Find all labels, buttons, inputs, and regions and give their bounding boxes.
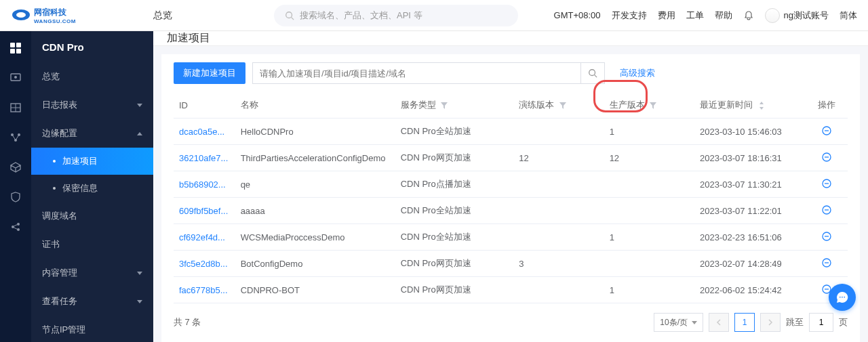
svg-line-22 <box>14 228 18 230</box>
col-label: 生产版本 <box>610 100 645 110</box>
rail-monitor-icon[interactable] <box>8 70 23 85</box>
sidebar-item-log[interactable]: 日志报表 <box>31 91 153 119</box>
sort-icon <box>758 102 765 110</box>
sidebar-item-label: 日志报表 <box>42 99 77 111</box>
rail-cube-icon[interactable] <box>8 160 23 175</box>
row-staging <box>513 198 604 224</box>
projects-table: ID 名称 服务类型 演练版本 生产版本 <box>174 92 848 303</box>
timezone[interactable]: GMT+08:00 <box>554 10 601 20</box>
row-staging <box>513 119 604 145</box>
breadcrumb: 加速项目 <box>153 31 868 46</box>
sidebar-sub-secret[interactable]: 保密信息 <box>31 175 153 202</box>
row-production <box>604 251 694 277</box>
col-label: 服务类型 <box>401 100 436 110</box>
remove-icon[interactable] <box>822 126 831 135</box>
user-menu[interactable]: ng测试账号 <box>765 8 829 23</box>
page-size-label: 10条/页 <box>660 317 688 328</box>
row-staging: 3 <box>513 251 604 277</box>
chevron-down-icon <box>137 300 142 303</box>
row-updated: 2022-06-02 15:24:42 <box>694 277 806 303</box>
svg-point-20 <box>17 228 20 231</box>
layout: CDN Pro 总览 日志报表 边缘配置 加速项目 保密信息 调度域名 证书 内… <box>0 31 868 342</box>
tab-overview[interactable]: 总览 <box>140 0 186 31</box>
sidebar-item-domain[interactable]: 调度域名 <box>31 202 153 230</box>
logo[interactable]: 网宿科技 WANGSU.COM <box>11 5 99 26</box>
search-button[interactable] <box>580 62 605 84</box>
table-row: fac6778b5...CDNPRO-BOTCDN Pro网页加速12022-0… <box>174 277 848 303</box>
page-1-button[interactable]: 1 <box>734 313 755 332</box>
jump-input[interactable] <box>809 313 833 332</box>
row-name: ThirdPartiesAccelerationConfigDemo <box>235 145 395 171</box>
new-project-button[interactable]: 新建加速项目 <box>174 62 245 84</box>
svg-line-16 <box>12 135 16 140</box>
sidebar-item-label: 总览 <box>42 70 60 83</box>
remove-icon[interactable] <box>822 152 831 162</box>
sidebar-item-tasks[interactable]: 查看任务 <box>31 287 153 316</box>
page-next-button[interactable] <box>760 313 781 332</box>
chevron-down-icon <box>692 321 697 324</box>
row-updated: 2023-03-07 11:30:21 <box>694 171 806 198</box>
table-row: cf692ef4d...WCSMediaProccessDemoCDN Pro全… <box>174 224 848 251</box>
nav-ticket[interactable]: 工单 <box>686 9 704 22</box>
sidebar-item-label: 查看任务 <box>42 295 77 307</box>
col-updated[interactable]: 最近更新时间 <box>694 92 806 119</box>
lang-switch[interactable]: 简体 <box>840 9 857 22</box>
sidebar-item-label: 加速项目 <box>62 155 98 167</box>
rail-share-icon[interactable] <box>8 219 23 234</box>
col-staging[interactable]: 演练版本 <box>513 92 604 119</box>
row-id-link[interactable]: cf692ef4d... <box>179 232 225 242</box>
chat-button[interactable] <box>829 284 856 311</box>
rail-nodes-icon[interactable] <box>8 130 23 145</box>
nav-dev-support[interactable]: 开发支持 <box>612 9 647 22</box>
nav-rail <box>0 31 31 342</box>
remove-icon[interactable] <box>822 205 831 215</box>
row-id-link[interactable]: dcac0a5e... <box>179 127 224 137</box>
col-production[interactable]: 生产版本 <box>604 92 694 119</box>
row-id-link[interactable]: 609fbf5bef... <box>179 206 228 216</box>
row-id-link[interactable]: 36210afe7... <box>179 153 228 163</box>
sidebar-item-label: 证书 <box>42 238 60 251</box>
remove-icon[interactable] <box>822 232 831 241</box>
sidebar-item-ip[interactable]: 节点IP管理 <box>31 316 153 342</box>
sidebar-item-cert[interactable]: 证书 <box>31 230 153 259</box>
sidebar-item-content[interactable]: 内容管理 <box>31 259 153 287</box>
row-production: 12 <box>604 145 694 171</box>
col-id: ID <box>174 92 235 119</box>
svg-point-23 <box>589 70 595 76</box>
row-name: HelloCDNPro <box>235 119 395 145</box>
remove-icon[interactable] <box>822 179 831 188</box>
nav-help[interactable]: 帮助 <box>715 9 732 22</box>
row-id-link[interactable]: b5b68902... <box>179 179 226 190</box>
chevron-up-icon <box>137 132 142 135</box>
nav-fee[interactable]: 费用 <box>658 9 675 22</box>
row-name: CDNPRO-BOT <box>235 277 395 303</box>
row-name: aaaaa <box>235 198 395 224</box>
pagination: 10条/页 1 跳至 页 <box>654 313 848 332</box>
svg-point-2 <box>286 12 292 18</box>
row-id-link[interactable]: fac6778b5... <box>179 285 228 295</box>
toolbar: 新建加速项目 高级搜索 <box>174 62 848 84</box>
advanced-search-link[interactable]: 高级搜索 <box>620 67 655 79</box>
global-search[interactable]: 搜索域名、产品、文档、API 等 <box>274 5 518 26</box>
remove-icon[interactable] <box>822 258 831 268</box>
rail-table-icon[interactable] <box>8 100 23 115</box>
col-type[interactable]: 服务类型 <box>395 92 514 119</box>
search-box <box>252 62 605 84</box>
bell-icon[interactable] <box>743 10 754 21</box>
svg-point-1 <box>16 12 26 18</box>
sidebar-sub-accel[interactable]: 加速项目 <box>31 148 153 175</box>
header-right: GMT+08:00 开发支持 费用 工单 帮助 ng测试账号 简体 <box>554 8 857 23</box>
filter-icon <box>441 102 448 109</box>
search-input[interactable] <box>252 62 580 84</box>
sidebar-item-overview[interactable]: 总览 <box>31 62 153 91</box>
row-staging <box>513 224 604 251</box>
row-type: CDN Pro网页加速 <box>395 277 514 303</box>
row-id-link[interactable]: 3fc5e2d8b... <box>179 259 228 269</box>
rail-apps-icon[interactable] <box>8 41 23 56</box>
rail-shield-icon[interactable] <box>8 190 23 205</box>
page-prev-button[interactable] <box>709 313 729 332</box>
page-size-select[interactable]: 10条/页 <box>654 313 703 332</box>
panel: 新建加速项目 高级搜索 ID 名称 服务类型 <box>161 54 860 342</box>
row-name: qe <box>235 171 395 198</box>
sidebar-item-edge[interactable]: 边缘配置 <box>31 119 153 148</box>
